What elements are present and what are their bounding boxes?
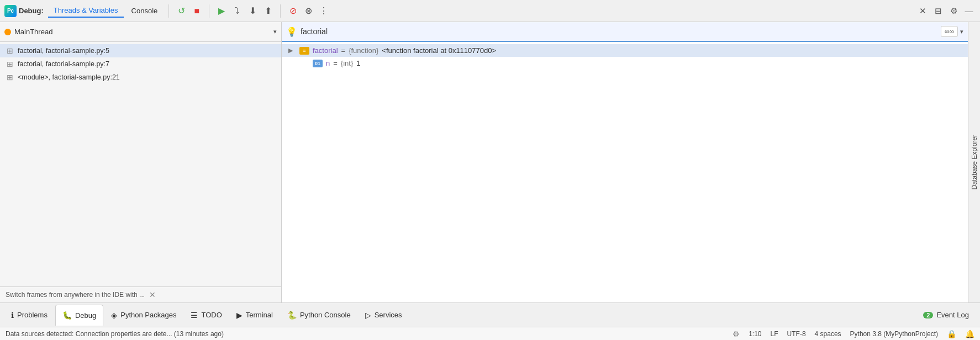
status-bar: ℹ Problems 🐛 Debug ◈ Python Packages ☰ T… (0, 302, 980, 327)
info-bar: Data sources detected: Connection proper… (0, 327, 980, 340)
app-logo: Pc (4, 5, 17, 17)
variable-name: factorial (313, 46, 338, 55)
problems-icon: ℹ (11, 311, 14, 320)
variable-type: {function} (349, 46, 378, 55)
frame-label: factorial, factorial-sample.py:7 (18, 60, 109, 68)
step-into-button[interactable]: ⬇ (246, 4, 259, 18)
stop-button[interactable]: ■ (190, 4, 203, 18)
services-label: Services (375, 311, 402, 319)
tab-terminal[interactable]: ▶ Terminal (230, 305, 280, 326)
tab-threads-variables[interactable]: Threads & Variables (48, 4, 124, 18)
bottom-tip: Switch frames from anywhere in the IDE w… (0, 286, 281, 302)
python-console-label: Python Console (300, 311, 351, 319)
frame-icon: ⊞ (7, 60, 13, 68)
chevron-down-icon: ▾ (273, 28, 277, 35)
separator-1 (168, 4, 169, 18)
thread-dropdown[interactable]: MainThread (14, 28, 270, 36)
encoding[interactable]: UTF-8 (787, 330, 806, 338)
clear-button[interactable]: ⊗ (302, 4, 315, 18)
search-options: ∞∞ ▾ (941, 26, 963, 37)
tab-todo[interactable]: ☰ TODO (184, 305, 228, 326)
tab-console[interactable]: Console (126, 4, 164, 17)
step-out-button[interactable]: ⬆ (261, 4, 275, 18)
database-icon[interactable]: ⚙ (733, 330, 740, 338)
frame-icon: ⊞ (7, 73, 13, 82)
info-bar-right: ⚙ 1:10 LF UTF-8 4 spaces Python 3.8 (MyP… (733, 330, 974, 338)
variable-search-bar: 💡 ∞∞ ▾ (282, 22, 968, 42)
frame-icon: ⊞ (7, 46, 13, 55)
left-panel: MainThread ▾ ⊞ factorial, factorial-samp… (0, 22, 282, 302)
frame-label: factorial, factorial-sample.py:5 (18, 47, 109, 55)
lightbulb-icon: 💡 (286, 26, 297, 37)
variable-equals: = (341, 46, 346, 55)
variables-content: ▶ ≡ factorial = {function} <function fac… (282, 42, 968, 302)
separator-3 (280, 4, 281, 18)
info-bar-left: Data sources detected: Connection proper… (6, 330, 726, 338)
database-explorer-label[interactable]: Database Explorer (971, 135, 978, 189)
expand-icon[interactable]: ▶ (288, 47, 296, 54)
frames-list: ⊞ factorial, factorial-sample.py:5 ⊞ fac… (0, 42, 281, 286)
debug-label: Debug: (19, 7, 44, 15)
variable-type: {int} (341, 59, 353, 67)
variable-name: n (326, 59, 330, 67)
debug-icon: 🐛 (62, 311, 72, 320)
interpreter[interactable]: Python 3.8 (MyPythonProject) (850, 330, 938, 338)
variable-value: 1 (356, 59, 360, 67)
regex-button[interactable]: ∞∞ (941, 26, 958, 37)
cursor-position[interactable]: 1:10 (749, 330, 761, 338)
event-log-badge: 2 (923, 312, 933, 318)
todo-label: TODO (201, 311, 222, 319)
resume-button[interactable]: ▶ (215, 4, 228, 18)
services-icon: ▷ (365, 311, 371, 320)
thread-selector[interactable]: MainThread ▾ (0, 22, 281, 42)
settings-button[interactable]: ⚙ (947, 4, 960, 18)
python-packages-icon: ◈ (111, 311, 117, 320)
main-area: MainThread ▾ ⊞ factorial, factorial-samp… (0, 22, 980, 302)
frame-item[interactable]: ⊞ factorial, factorial-sample.py:5 (0, 44, 281, 57)
separator-2 (209, 4, 209, 18)
variable-equals: = (333, 59, 338, 67)
search-dropdown-button[interactable]: ▾ (960, 28, 963, 35)
minimize-button[interactable]: — (962, 4, 976, 18)
line-ending[interactable]: LF (771, 330, 778, 338)
tab-event-log[interactable]: 2 Event Log (916, 305, 976, 326)
status-message: Data sources detected: Connection proper… (6, 330, 224, 338)
frame-label: <module>, factorial-sample.py:21 (18, 73, 120, 81)
close-button[interactable]: ✕ (916, 4, 929, 18)
database-explorer-sidebar[interactable]: Database Explorer (968, 22, 980, 302)
tab-python-console[interactable]: 🐍 Python Console (281, 305, 357, 326)
tab-problems[interactable]: ℹ Problems (4, 305, 54, 326)
variable-value: <function factorial at 0x1110770d0> (382, 46, 496, 55)
terminal-icon: ▶ (236, 311, 243, 320)
variable-row-factorial[interactable]: ▶ ≡ factorial = {function} <function fac… (282, 44, 968, 57)
toolbar: Pc Debug: Threads & Variables Console ↺ … (0, 0, 980, 22)
debug-tab-label: Debug (75, 311, 96, 320)
tab-services[interactable]: ▷ Services (359, 305, 409, 326)
restore-window-button[interactable]: ⊟ (931, 4, 945, 18)
type-icon-function: ≡ (299, 47, 309, 55)
tip-text: Switch frames from anywhere in the IDE w… (6, 291, 145, 299)
tab-debug[interactable]: 🐛 Debug (55, 305, 103, 326)
problems-label: Problems (17, 311, 48, 319)
python-packages-label: Python Packages (120, 311, 176, 319)
type-icon-int: 01 (313, 60, 323, 67)
right-panel: 💡 ∞∞ ▾ ▶ ≡ factorial = {function} <funct… (282, 22, 968, 302)
mute-breakpoints-button[interactable]: ⊘ (286, 4, 299, 18)
thread-status-dot (4, 29, 11, 35)
python-console-icon: 🐍 (287, 311, 297, 320)
tip-close-button[interactable]: ✕ (149, 290, 156, 299)
more-button[interactable]: ⋮ (317, 4, 330, 18)
frame-item[interactable]: ⊞ <module>, factorial-sample.py:21 (0, 71, 281, 84)
variable-row-n[interactable]: 01 n = {int} 1 (282, 57, 968, 70)
event-log-label: Event Log (936, 311, 969, 319)
variable-search-input[interactable] (301, 27, 937, 36)
indent[interactable]: 4 spaces (815, 330, 841, 338)
terminal-label: Terminal (246, 311, 273, 319)
todo-icon: ☰ (191, 311, 198, 320)
notification-icon[interactable]: 🔔 (965, 330, 974, 338)
tab-python-packages[interactable]: ◈ Python Packages (104, 305, 183, 326)
rerun-button[interactable]: ↺ (175, 4, 188, 18)
frame-item[interactable]: ⊞ factorial, factorial-sample.py:7 (0, 57, 281, 71)
step-over-button[interactable]: ⤵ (230, 4, 244, 18)
lock-icon[interactable]: 🔒 (947, 330, 956, 338)
